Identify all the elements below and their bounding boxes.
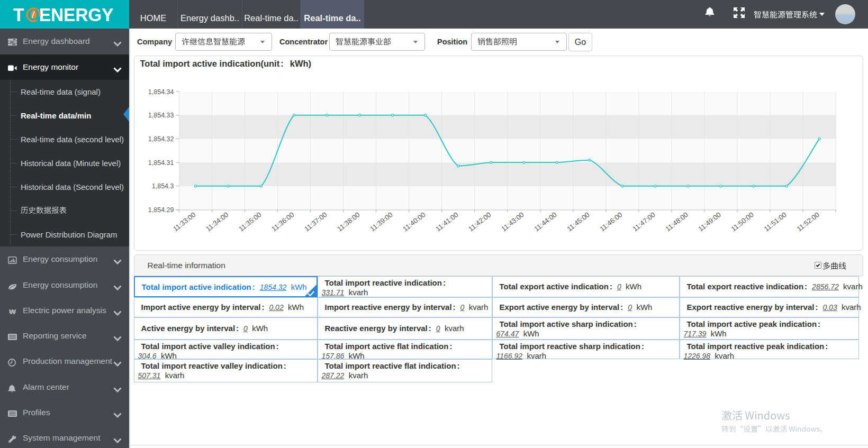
svg-text:11:41:00: 11:41:00: [434, 211, 459, 233]
svg-text:1,854.31: 1,854.31: [148, 159, 174, 167]
svg-text:11:49:00: 11:49:00: [697, 211, 722, 233]
svg-text:W: W: [9, 308, 16, 315]
svg-text:1,854.34: 1,854.34: [148, 88, 174, 96]
svg-text:11:46:00: 11:46:00: [598, 211, 623, 233]
svg-text:11:51:00: 11:51:00: [762, 211, 788, 233]
svg-text:1,854.33: 1,854.33: [148, 112, 174, 119]
svg-text:11:50:00: 11:50:00: [729, 211, 755, 233]
svg-text:11:35:00: 11:35:00: [237, 211, 263, 233]
svg-text:11:34:00: 11:34:00: [204, 211, 229, 233]
svg-text:11:38:00: 11:38:00: [336, 211, 361, 233]
svg-text:11:47:00: 11:47:00: [631, 211, 656, 233]
svg-text:11:42:00: 11:42:00: [467, 211, 492, 233]
svg-text:1,854.3: 1,854.3: [151, 182, 174, 190]
svg-text:11:43:00: 11:43:00: [500, 211, 525, 233]
svg-text:11:45:00: 11:45:00: [565, 211, 591, 233]
svg-text:1,854.29: 1,854.29: [148, 206, 174, 214]
svg-text:11:37:00: 11:37:00: [303, 211, 328, 233]
svg-text:11:33:00: 11:33:00: [171, 211, 196, 233]
svg-text:11:36:00: 11:36:00: [270, 211, 295, 233]
svg-text:1,854.32: 1,854.32: [148, 135, 174, 143]
svg-text:11:48:00: 11:48:00: [664, 211, 689, 233]
svg-text:11:40:00: 11:40:00: [401, 211, 427, 233]
svg-text:11:39:00: 11:39:00: [368, 211, 394, 233]
svg-text:11:52:00: 11:52:00: [795, 211, 820, 233]
svg-text:11:44:00: 11:44:00: [532, 211, 558, 233]
